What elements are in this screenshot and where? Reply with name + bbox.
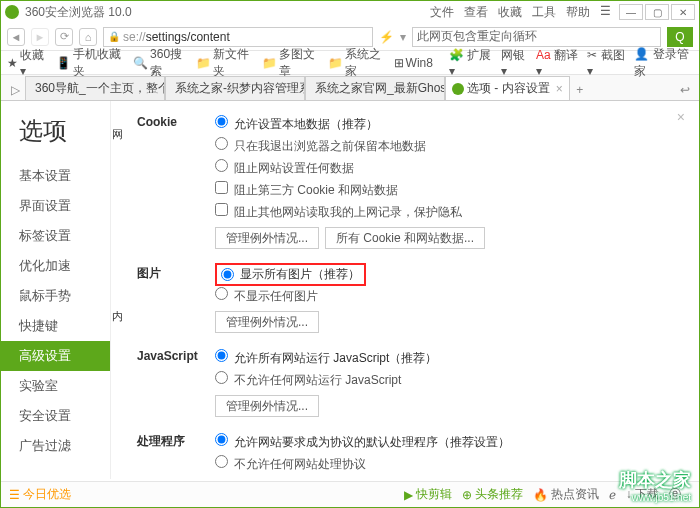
sidebar-item-2[interactable]: 标签设置 [1,221,110,251]
minimize-button[interactable]: — [619,4,643,20]
menu-view[interactable]: 查看 [464,4,488,21]
image-button-0[interactable]: 管理例外情况... [215,311,319,333]
bank-menu[interactable]: 网银 ▾ [501,47,530,78]
app-logo-icon [5,5,19,19]
url-scheme: se:// [123,30,146,44]
sidebar-item-9[interactable]: 广告过滤 [1,431,110,461]
highlighted-option: 显示所有图片（推荐） [215,263,366,286]
cookie-label-1[interactable]: 只在我退出浏览器之前保留本地数据 [234,139,426,153]
handler-radio-0[interactable] [215,433,228,446]
sidebar-item-6[interactable]: 高级设置 [1,341,110,371]
tab-1[interactable]: 系统之家-织梦内容管理系统× [165,76,305,100]
js-radio-1[interactable] [215,371,228,384]
bm-system[interactable]: 📁 系统之家 [328,46,386,80]
window-title: 360安全浏览器 10.0 [25,4,430,21]
menu-bar: 文件 查看 收藏 工具 帮助 ☰ [430,4,611,21]
tab-2[interactable]: 系统之家官网_最新Ghost× [305,76,445,100]
sb-clip[interactable]: ▶ 快剪辑 [404,486,452,503]
address-bar[interactable]: 🔒 se:// settings/content [103,27,373,47]
cookie-radio-0[interactable] [215,115,228,128]
sidebar-item-8[interactable]: 安全设置 [1,401,110,431]
sidebar-item-4[interactable]: 鼠标手势 [1,281,110,311]
sidebar-item-7[interactable]: 实验室 [1,371,110,401]
sidebar-item-3[interactable]: 优化加速 [1,251,110,281]
menu-help[interactable]: 帮助 [566,4,590,21]
today-picks[interactable]: ☰ 今日优选 [9,486,71,503]
sidebar-item-0[interactable]: 基本设置 [1,161,110,191]
login-mgr[interactable]: 👤 登录管家 [634,46,693,80]
ext-menu[interactable]: 🧩 扩展 ▾ [449,47,495,78]
search-box[interactable]: 此网页包含重定向循环 [412,27,661,47]
tab-0[interactable]: 360导航_一个主页，整个世× [25,76,165,100]
section-label-cookie: Cookie [137,113,215,249]
cookie-button-1[interactable]: 所有 Cookie 和网站数据... [325,227,485,249]
sb-headlines[interactable]: ⊕ 头条推荐 [462,486,523,503]
image-label-1[interactable]: 不显示任何图片 [234,289,318,303]
forward-button[interactable]: ► [31,28,49,46]
handler-radio-1[interactable] [215,455,228,468]
watermark: 脚本之家 www.jb51.net [619,468,691,503]
cookie-label-4[interactable]: 阻止其他网站读取我的上网记录，保护隐私 [234,205,462,219]
sidebar-item-5[interactable]: 快捷键 [1,311,110,341]
back-button[interactable]: ◄ [7,28,25,46]
cookie-radio-1[interactable] [215,137,228,150]
image-radio-1[interactable] [215,287,228,300]
reload-button[interactable]: ⟳ [55,28,73,46]
handler-label-0[interactable]: 允许网站要求成为协议的默认处理程序（推荐设置） [234,435,510,449]
section-label-image: 图片 [137,263,215,333]
cookie-radio-2[interactable] [215,159,228,172]
search-button[interactable]: Q [667,27,693,47]
cookie-button-0[interactable]: 管理例外情况... [215,227,319,249]
menu-more-icon[interactable]: ☰ [600,4,611,21]
fav-menu[interactable]: ★ 收藏 ▾ [7,47,48,78]
sidebar-item-1[interactable]: 界面设置 [1,191,110,221]
handler-label-1[interactable]: 不允许任何网站处理协议 [234,457,366,471]
new-tab-button[interactable]: + [570,80,590,100]
image-radio-0[interactable] [221,268,234,281]
cookie-label-2[interactable]: 阻止网站设置任何数据 [234,161,354,175]
menu-tools[interactable]: 工具 [532,4,556,21]
lock-icon: 🔒 [108,31,120,42]
sb-ie-icon[interactable]: ℯ [609,488,616,502]
cookie-label-3[interactable]: 阻止第三方 Cookie 和网站数据 [234,183,398,197]
tab-3[interactable]: 选项 - 内容设置× [445,76,570,100]
tab-close-icon[interactable]: × [556,82,563,96]
dropdown-icon[interactable]: ▾ [400,30,406,44]
section-label-handler: 处理程序 [137,431,215,479]
cookie-label-0[interactable]: 允许设置本地数据（推荐） [234,117,378,131]
url-path: settings/content [146,30,230,44]
bm-newfolder[interactable]: 📁 新文件夹 [196,46,254,80]
cookie-checkbox-4[interactable] [215,203,228,216]
translate-menu[interactable]: Aa 翻译 ▾ [536,47,581,78]
menu-fav[interactable]: 收藏 [498,4,522,21]
tab-history-icon[interactable]: ▷ [5,80,25,100]
bm-win8[interactable]: ⊞ Win8 [394,56,433,70]
maximize-button[interactable]: ▢ [645,4,669,20]
screenshot-menu[interactable]: ✂ 截图 ▾ [587,47,628,78]
image-label-0[interactable]: 显示所有图片（推荐） [240,266,360,283]
js-label-0[interactable]: 允许所有网站运行 JavaScript（推荐） [234,351,437,365]
close-button[interactable]: ✕ [671,4,695,20]
home-button[interactable]: ⌂ [79,28,97,46]
panel-close-icon[interactable]: × [677,109,685,125]
bm-articles[interactable]: 📁 多图文章 [262,46,320,80]
bolt-icon[interactable]: ⚡ [379,30,394,44]
settings-icon [452,83,464,95]
js-label-1[interactable]: 不允许任何网站运行 JavaScript [234,373,401,387]
js-radio-0[interactable] [215,349,228,362]
bm-mobile[interactable]: 📱 手机收藏夹 [56,46,125,80]
sb-hotnews[interactable]: 🔥 热点资讯 [533,486,599,503]
section-label-js: JavaScript [137,347,215,417]
cookie-checkbox-3[interactable] [215,181,228,194]
page-title: 选项 [1,109,110,157]
bm-360search[interactable]: 🔍 360搜索 [133,46,187,80]
restore-tab-icon[interactable]: ↩ [675,80,695,100]
menu-file[interactable]: 文件 [430,4,454,21]
js-button-0[interactable]: 管理例外情况... [215,395,319,417]
